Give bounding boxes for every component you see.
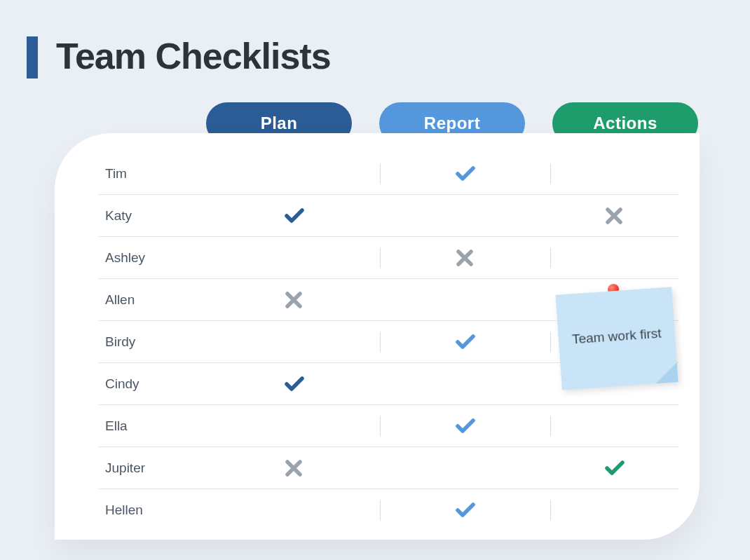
check-icon — [282, 374, 306, 394]
row-name: Ella — [98, 418, 209, 434]
cell-report[interactable] — [380, 164, 551, 184]
cross-icon — [454, 248, 477, 268]
row-name: Birdy — [98, 334, 209, 350]
check-icon — [454, 500, 477, 520]
row-name: Jupiter — [98, 460, 209, 476]
row-name: Ashley — [98, 250, 209, 266]
sticky-note[interactable]: Team work first — [555, 287, 678, 390]
cell-report[interactable] — [380, 416, 551, 436]
page-title: Team Checklists — [56, 35, 331, 77]
cross-icon — [603, 206, 627, 226]
check-icon — [603, 458, 627, 478]
cell-actions[interactable] — [551, 206, 679, 226]
cell-actions[interactable] — [551, 458, 679, 478]
table-row: Tim — [98, 153, 679, 195]
cell-plan[interactable] — [209, 374, 380, 394]
cell-plan[interactable] — [209, 290, 380, 310]
table-row: Katy — [98, 195, 679, 237]
cross-icon — [282, 290, 306, 310]
cross-icon — [282, 458, 306, 478]
cell-report[interactable] — [380, 248, 551, 268]
row-name: Cindy — [98, 376, 209, 392]
page-title-block: Team Checklists — [27, 34, 331, 78]
table-row: Jupiter — [98, 447, 679, 489]
table-row: Hellen — [98, 489, 679, 531]
table-row: Ella — [98, 405, 679, 447]
check-icon — [454, 332, 477, 352]
row-name: Allen — [98, 292, 209, 308]
title-accent-bar — [27, 36, 38, 78]
check-icon — [454, 164, 477, 184]
cell-report[interactable] — [380, 332, 551, 352]
cell-report[interactable] — [380, 500, 551, 520]
cell-plan[interactable] — [209, 206, 380, 226]
row-name: Hellen — [98, 503, 209, 518]
row-name: Katy — [98, 208, 209, 224]
note-fold-icon — [655, 362, 679, 383]
cell-plan[interactable] — [209, 458, 380, 478]
sticky-note-text: Team work first — [571, 325, 662, 348]
row-name: Tim — [98, 166, 209, 182]
table-row: Ashley — [98, 237, 679, 279]
check-icon — [282, 206, 306, 226]
check-icon — [454, 416, 477, 436]
